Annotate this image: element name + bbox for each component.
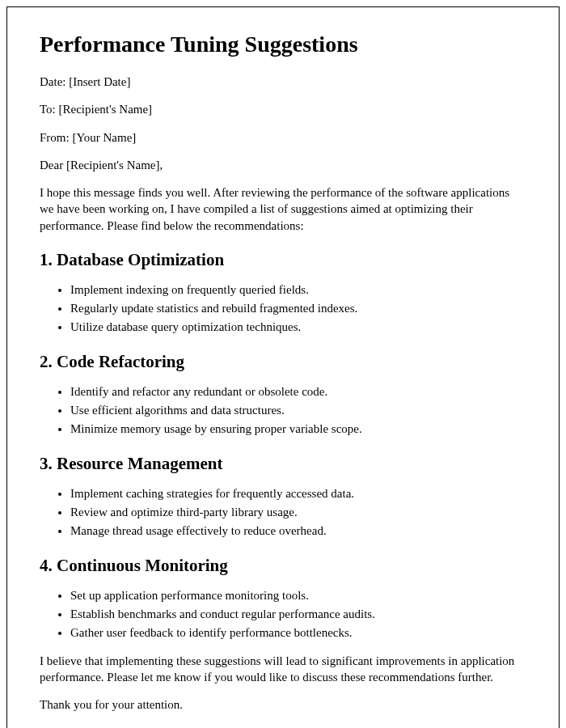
list-item: Utilize database query optimization tech…: [70, 319, 526, 336]
section-list: Set up application performance monitorin…: [70, 587, 526, 641]
list-item: Implement caching strategies for frequen…: [70, 485, 526, 502]
section-heading: 4. Continuous Monitoring: [40, 556, 526, 576]
document-page: Performance Tuning Suggestions Date: [In…: [6, 6, 560, 728]
date-line: Date: [Insert Date]: [40, 74, 526, 90]
list-item: Gather user feedback to identify perform…: [70, 624, 526, 641]
list-item: Regularly update statistics and rebuild …: [70, 300, 526, 317]
section-list: Identify and refactor any redundant or o…: [70, 383, 526, 438]
page-title: Performance Tuning Suggestions: [40, 32, 526, 57]
list-item: Implement indexing on frequently queried…: [70, 281, 526, 298]
list-item: Use efficient algorithms and data struct…: [70, 402, 526, 419]
from-line: From: [Your Name]: [40, 129, 526, 146]
list-item: Minimize memory usage by ensuring proper…: [70, 421, 526, 438]
section-list: Implement caching strategies for frequen…: [70, 485, 526, 540]
section-heading: 2. Code Refactoring: [40, 352, 526, 372]
list-item: Review and optimize third-party library …: [70, 504, 526, 521]
list-item: Set up application performance monitorin…: [70, 587, 526, 604]
list-item: Identify and refactor any redundant or o…: [70, 383, 526, 400]
list-item: Manage thread usage effectively to reduc…: [70, 523, 526, 540]
to-line: To: [Recipient's Name]: [40, 101, 526, 117]
thanks-line: Thank you for your attention.: [40, 696, 526, 713]
section-heading: 1. Database Optimization: [40, 250, 526, 270]
section-list: Implement indexing on frequently queried…: [70, 281, 526, 336]
intro-paragraph: I hope this message finds you well. Afte…: [40, 184, 526, 234]
salutation: Dear [Recipient's Name],: [40, 157, 526, 173]
section-heading: 3. Resource Management: [40, 454, 526, 474]
closing-paragraph: I believe that implementing these sugges…: [40, 653, 526, 686]
list-item: Establish benchmarks and conduct regular…: [70, 606, 526, 623]
